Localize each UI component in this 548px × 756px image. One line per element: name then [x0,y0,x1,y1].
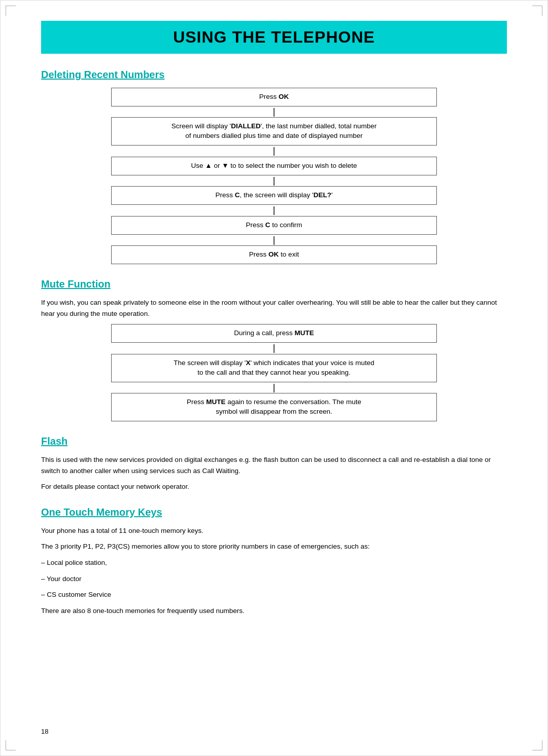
flash-section: Flash This is used with the new services… [41,436,507,492]
mute-description: If you wish, you can speak privately to … [41,297,507,319]
deleting-arrow-2: | [273,146,276,157]
onetouchmemory-list-item-2: – Your doctor [41,573,507,585]
mute-step-3: Press MUTE again to resume the conversat… [111,393,437,421]
deleting-flow: Press OK | Screen will display 'DIALLED'… [41,88,507,264]
deleting-step-6: Press OK to exit [111,245,437,264]
mute-section: Mute Function If you wish, you can speak… [41,278,507,421]
corner-mark-tl [6,6,16,16]
page-header: USING THE TELEPHONE [41,21,507,54]
flash-description2: For details please contact your network … [41,481,507,492]
onetouchmemory-section-title: One Touch Memory Keys [41,507,507,518]
page-number: 18 [41,728,48,735]
deleting-arrow-1: | [273,106,276,118]
mute-section-title: Mute Function [41,278,507,290]
flash-section-title: Flash [41,436,507,447]
corner-mark-br [532,740,542,750]
onetouchmemory-line1: Your phone has a total of 11 one-touch m… [41,525,507,536]
mute-arrow-1: | [273,343,276,354]
deleting-step-3: Use ▲ or ▼ to to select the number you w… [111,157,437,175]
onetouchmemory-line2: The 3 priority P1, P2, P3(CS) memories a… [41,541,507,552]
deleting-step-5: Press C to confirm [111,216,437,235]
mute-step-2: The screen will display 'X' which indica… [111,354,437,382]
deleting-section: Deleting Recent Numbers Press OK | Scree… [41,69,507,264]
page: USING THE TELEPHONE Deleting Recent Numb… [0,0,548,756]
deleting-section-title: Deleting Recent Numbers [41,69,507,81]
corner-mark-bl [6,740,16,750]
flash-description: This is used with the new services provi… [41,454,507,476]
deleting-step-4: Press C, the screen will display 'DEL?' [111,186,437,205]
mute-flow: During a call, press MUTE | The screen w… [41,324,507,421]
onetouchmemory-section: One Touch Memory Keys Your phone has a t… [41,507,507,617]
corner-mark-tr [532,6,542,16]
onetouchmemory-list-item-3: – CS customer Service [41,589,507,600]
page-title: USING THE TELEPHONE [51,28,497,47]
mute-arrow-2: | [273,382,276,393]
deleting-arrow-5: | [273,235,276,246]
onetouchmemory-list-item-1: – Local police station, [41,557,507,568]
deleting-step-1: Press OK [111,88,437,106]
deleting-arrow-3: | [273,175,276,187]
onetouchmemory-line3: There are also 8 one-touch memories for … [41,605,507,617]
mute-step-1: During a call, press MUTE [111,324,437,343]
deleting-arrow-4: | [273,205,276,216]
deleting-step-2: Screen will display 'DIALLED', the last … [111,117,437,146]
